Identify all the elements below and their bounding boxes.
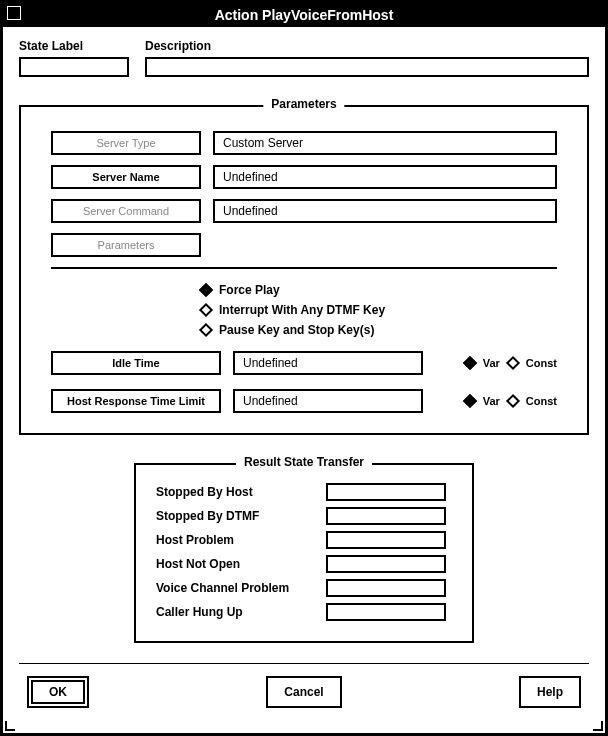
var-const-group: VarConst	[465, 357, 557, 369]
result-label: Host Problem	[156, 533, 326, 547]
close-icon[interactable]	[7, 6, 21, 20]
var-label: Var	[483, 395, 500, 407]
button-row: OK Cancel Help	[19, 676, 589, 716]
result-row: Stopped By DTMF	[156, 507, 452, 525]
result-row: Stopped By Host	[156, 483, 452, 501]
var-label: Var	[483, 357, 500, 369]
diamond-checkbox-icon[interactable]	[199, 323, 213, 337]
diamond-checkbox-icon[interactable]	[199, 283, 213, 297]
param-value[interactable]: Undefined	[213, 199, 557, 223]
description-group: Description	[145, 39, 589, 77]
diamond-checkbox-icon[interactable]	[199, 303, 213, 317]
parameters-legend: Parameters	[263, 97, 344, 111]
param-value[interactable]: Undefined	[213, 165, 557, 189]
time-button[interactable]: Idle Time	[51, 351, 221, 375]
description-input[interactable]	[145, 57, 589, 77]
titlebar: Action PlayVoiceFromHost	[3, 3, 605, 27]
time-value[interactable]: Undefined	[233, 351, 423, 375]
divider	[51, 267, 557, 269]
state-label-group: State Label	[19, 39, 129, 77]
help-button[interactable]: Help	[519, 676, 581, 708]
content-area: State Label Description Parameters Serve…	[3, 27, 605, 728]
param-value[interactable]: Custom Server	[213, 131, 557, 155]
result-label: Stopped By DTMF	[156, 509, 326, 523]
time-row: Idle TimeUndefinedVarConst	[51, 351, 557, 375]
parameters-fieldset: Parameters Server TypeCustom ServerServe…	[19, 105, 589, 435]
result-label: Stopped By Host	[156, 485, 326, 499]
check-row[interactable]: Interrupt With Any DTMF Key	[201, 303, 557, 317]
param-row: Parameters	[51, 233, 557, 257]
result-input[interactable]	[326, 531, 446, 549]
var-radio-icon[interactable]	[463, 394, 477, 408]
param-button[interactable]: Server Name	[51, 165, 201, 189]
result-input[interactable]	[326, 483, 446, 501]
result-legend: Result State Transfer	[236, 455, 372, 469]
const-radio-icon[interactable]	[506, 394, 520, 408]
time-button[interactable]: Host Response Time Limit	[51, 389, 221, 413]
state-label-caption: State Label	[19, 39, 129, 53]
dialog-window: Action PlayVoiceFromHost State Label Des…	[0, 0, 608, 736]
time-row: Host Response Time LimitUndefinedVarCons…	[51, 389, 557, 413]
check-label: Force Play	[219, 283, 280, 297]
param-button: Parameters	[51, 233, 201, 257]
description-caption: Description	[145, 39, 589, 53]
param-button: Server Type	[51, 131, 201, 155]
check-row[interactable]: Pause Key and Stop Key(s)	[201, 323, 557, 337]
result-label: Caller Hung Up	[156, 605, 326, 619]
bottom-divider	[19, 663, 589, 664]
result-row: Voice Channel Problem	[156, 579, 452, 597]
var-const-group: VarConst	[465, 395, 557, 407]
result-label: Voice Channel Problem	[156, 581, 326, 595]
corner-decor-icon	[593, 721, 603, 731]
check-row[interactable]: Force Play	[201, 283, 557, 297]
check-label: Interrupt With Any DTMF Key	[219, 303, 385, 317]
ok-button[interactable]: OK	[31, 680, 85, 704]
param-row: Server NameUndefined	[51, 165, 557, 189]
state-label-input[interactable]	[19, 57, 129, 77]
param-row: Server TypeCustom Server	[51, 131, 557, 155]
result-row: Host Not Open	[156, 555, 452, 573]
result-input[interactable]	[326, 579, 446, 597]
corner-decor-icon	[5, 721, 15, 731]
const-radio-icon[interactable]	[506, 356, 520, 370]
const-label: Const	[526, 395, 557, 407]
cancel-button[interactable]: Cancel	[266, 676, 341, 708]
var-radio-icon[interactable]	[463, 356, 477, 370]
param-row: Server CommandUndefined	[51, 199, 557, 223]
result-input[interactable]	[326, 555, 446, 573]
result-row: Host Problem	[156, 531, 452, 549]
result-input[interactable]	[326, 507, 446, 525]
result-input[interactable]	[326, 603, 446, 621]
result-label: Host Not Open	[156, 557, 326, 571]
check-label: Pause Key and Stop Key(s)	[219, 323, 374, 337]
const-label: Const	[526, 357, 557, 369]
result-row: Caller Hung Up	[156, 603, 452, 621]
result-fieldset: Result State Transfer Stopped By HostSto…	[134, 463, 474, 643]
top-row: State Label Description	[19, 39, 589, 77]
window-title: Action PlayVoiceFromHost	[215, 7, 394, 23]
time-value[interactable]: Undefined	[233, 389, 423, 413]
param-button: Server Command	[51, 199, 201, 223]
